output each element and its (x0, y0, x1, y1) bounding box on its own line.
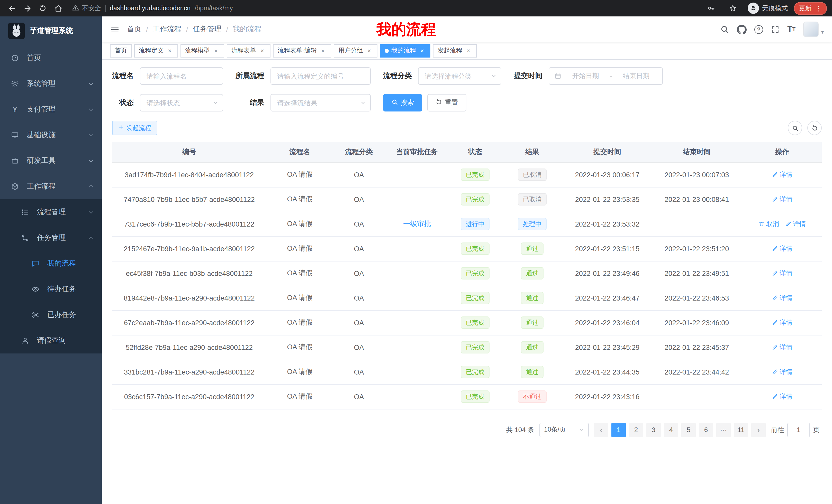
browser-reload-icon[interactable] (36, 2, 49, 15)
sidebar-item-my-process[interactable]: 我的流程 (0, 251, 102, 276)
start-process-button[interactable]: 发起流程 (112, 121, 157, 135)
tab-home[interactable]: 首页 (110, 44, 132, 57)
cell-submit-time: 2022-01-22 23:45:29 (564, 335, 651, 360)
process-name-input[interactable] (140, 67, 223, 85)
reset-button[interactable]: 重置 (427, 94, 466, 111)
tab-process-definition[interactable]: 流程定义× (134, 44, 178, 57)
cell-result: 不通过 (501, 384, 564, 409)
page-button-6[interactable]: 6 (699, 423, 713, 437)
sidebar-item-process-management[interactable]: 流程管理 (0, 199, 102, 225)
goto-page-input[interactable] (787, 423, 810, 437)
sidebar-item-leave-query[interactable]: 请假查询 (0, 328, 102, 354)
page-button-2[interactable]: 2 (629, 423, 643, 437)
detail-link[interactable]: 详情 (772, 392, 792, 401)
date-range-picker[interactable]: 开始日期 - 结束日期 (549, 67, 663, 85)
close-icon[interactable]: × (465, 47, 472, 54)
cell-id: 331bc281-7b9a-11ec-a290-acde48001122 (112, 360, 266, 384)
incognito-icon (748, 3, 759, 14)
sidebar-logo[interactable]: 芋道管理系统 (0, 17, 102, 45)
sidebar-item-devtools[interactable]: 研发工具 (0, 148, 102, 174)
fullscreen-icon[interactable] (771, 25, 780, 34)
tab-process-form-edit[interactable]: 流程表单-编辑× (273, 44, 331, 57)
table-body: 3ad174fb-7b9d-11ec-8404-acde48001122OA 请… (112, 162, 822, 409)
detail-link[interactable]: 详情 (772, 269, 792, 278)
avatar[interactable] (803, 22, 818, 37)
header-id: 编号 (112, 142, 266, 162)
browser-back-icon[interactable] (5, 2, 19, 15)
page-button-11[interactable]: 11 (734, 423, 748, 437)
tab-start-process[interactable]: 发起流程× (433, 44, 477, 57)
prev-page-button[interactable]: ‹ (594, 423, 608, 437)
detail-link[interactable]: 详情 (772, 195, 792, 204)
close-icon[interactable]: × (319, 47, 327, 54)
breadcrumb-separator: / (186, 25, 188, 33)
font-size-icon[interactable]: TT (787, 25, 796, 33)
detail-link[interactable]: 详情 (772, 318, 792, 327)
hamburger-icon[interactable] (110, 24, 120, 34)
sidebar-item-todo-tasks[interactable]: 待办任务 (0, 276, 102, 302)
status-select[interactable] (140, 94, 223, 111)
tab-user-group[interactable]: 用户分组× (334, 44, 378, 57)
password-key-icon[interactable] (704, 2, 718, 15)
search-icon[interactable] (720, 25, 729, 34)
browser-menu-icon[interactable]: ⋮ (815, 4, 822, 12)
sidebar-item-workflow[interactable]: 工作流程 (0, 174, 102, 199)
detail-link[interactable]: 详情 (772, 293, 792, 302)
search-button[interactable]: 搜索 (383, 94, 422, 111)
help-icon[interactable]: ? (754, 25, 763, 34)
cell-current-task (385, 335, 449, 360)
sidebar-item-system[interactable]: 系统管理 (0, 71, 102, 96)
browser-update-button[interactable]: 更新 ⋮ (794, 2, 827, 15)
sidebar-item-infrastructure[interactable]: 基础设施 (0, 122, 102, 148)
refresh-table-button[interactable] (807, 121, 822, 135)
browser-forward-icon[interactable] (21, 2, 34, 15)
result-select[interactable] (270, 94, 371, 111)
detail-link[interactable]: 详情 (772, 368, 792, 376)
security-label: 不安全 (82, 4, 101, 12)
breadcrumb-task-management[interactable]: 任务管理 (193, 25, 222, 34)
sidebar-item-home[interactable]: 首页 (0, 45, 102, 71)
owner-process-input[interactable] (270, 67, 371, 85)
table-row: 331bc281-7b9a-11ec-a290-acde48001122OA 请… (112, 360, 822, 384)
browser-toolbar: 不安全 dashboard.yudao.iocoder.cn/bpm/task/… (0, 0, 832, 17)
breadcrumb-workflow[interactable]: 工作流程 (153, 25, 182, 34)
page-button-3[interactable]: 3 (646, 423, 661, 437)
next-page-button[interactable]: › (751, 423, 766, 437)
sidebar-item-payment[interactable]: ¥ 支付管理 (0, 96, 102, 122)
tab-process-form[interactable]: 流程表单× (227, 44, 270, 57)
tab-process-model[interactable]: 流程模型× (181, 44, 224, 57)
page-button-4[interactable]: 4 (664, 423, 678, 437)
github-icon[interactable] (737, 24, 747, 34)
incognito-badge[interactable]: 无痕模式 (748, 3, 788, 14)
page-size-select[interactable]: 10条/页 (539, 423, 589, 437)
sidebar-item-done-tasks[interactable]: 已办任务 (0, 302, 102, 328)
close-icon[interactable]: × (419, 47, 426, 54)
user-menu[interactable]: ▾ (803, 22, 824, 37)
close-icon[interactable]: × (366, 47, 373, 54)
sidebar-item-task-management[interactable]: 任务管理 (0, 225, 102, 251)
close-icon[interactable]: × (259, 47, 266, 54)
browser-home-icon[interactable] (51, 2, 65, 15)
category-label: 流程分类 (383, 72, 412, 81)
category-select[interactable] (418, 67, 501, 85)
address-bar[interactable]: 不安全 dashboard.yudao.iocoder.cn/bpm/task/… (72, 4, 704, 12)
page-button-1[interactable]: 1 (612, 423, 626, 437)
cell-end-time: 2022-01-22 23:49:51 (651, 261, 743, 286)
pager-ellipsis[interactable]: ··· (716, 423, 731, 437)
cancel-link[interactable]: 取消 (758, 220, 779, 228)
close-icon[interactable]: × (212, 47, 219, 54)
submit-time-label: 提交时间 (514, 72, 543, 81)
breadcrumb-home[interactable]: 首页 (127, 25, 141, 34)
tab-my-process[interactable]: 我的流程× (380, 44, 431, 57)
detail-link[interactable]: 详情 (772, 170, 792, 179)
close-icon[interactable]: × (166, 47, 173, 54)
page-button-5[interactable]: 5 (681, 423, 696, 437)
detail-link[interactable]: 详情 (785, 220, 806, 228)
current-task-link[interactable]: 一级审批 (403, 220, 431, 228)
detail-link[interactable]: 详情 (772, 244, 792, 253)
toggle-search-button[interactable] (788, 121, 802, 135)
bookmark-star-icon[interactable] (726, 2, 739, 15)
cell-process-name: OA 请假 (266, 187, 333, 212)
detail-link[interactable]: 详情 (772, 343, 792, 352)
cell-actions: 详情 (743, 384, 822, 409)
